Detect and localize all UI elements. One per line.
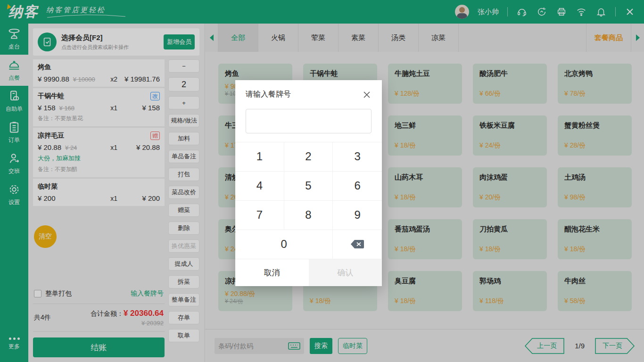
key-2[interactable]: 2 <box>284 142 333 172</box>
key-1[interactable]: 1 <box>235 142 284 172</box>
dialog-close-icon[interactable] <box>362 90 372 99</box>
key-6[interactable]: 6 <box>333 172 382 201</box>
card-number-dialog: 请输入餐牌号 1 2 3 4 5 6 7 8 9 0 取消 确认 <box>235 80 382 286</box>
card-number-input[interactable] <box>246 109 372 133</box>
key-4[interactable]: 4 <box>235 172 284 201</box>
backspace-icon <box>350 239 364 249</box>
backspace-key[interactable] <box>333 230 382 259</box>
key-7[interactable]: 7 <box>235 201 284 230</box>
key-5[interactable]: 5 <box>284 172 333 201</box>
cancel-button[interactable]: 取消 <box>235 259 309 286</box>
confirm-button: 确认 <box>309 259 382 286</box>
key-0[interactable]: 0 <box>235 230 333 259</box>
key-8[interactable]: 8 <box>284 201 333 230</box>
key-3[interactable]: 3 <box>333 142 382 172</box>
numeric-keypad: 1 2 3 4 5 6 7 8 9 0 <box>235 142 382 259</box>
key-9[interactable]: 9 <box>333 201 382 230</box>
dialog-title: 请输入餐牌号 <box>246 90 291 99</box>
